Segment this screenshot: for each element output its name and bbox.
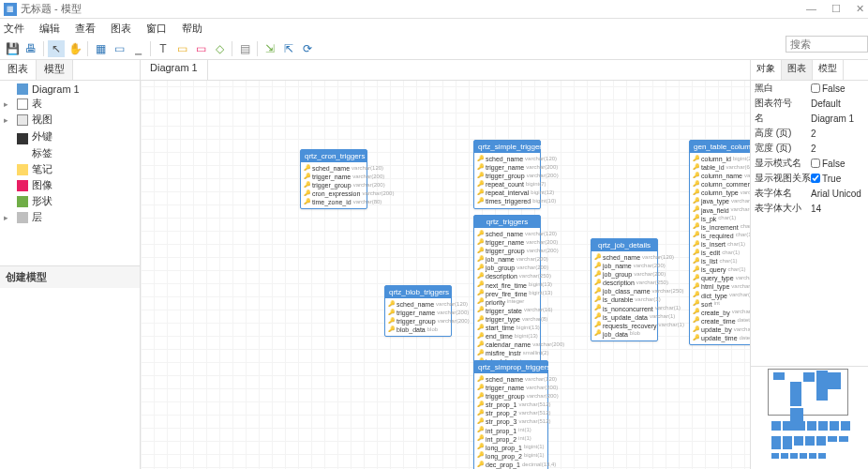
minimap-box [773,372,785,380]
prop-3[interactable]: 高度 (页)2 [751,126,868,141]
entity-qrtz_cron_triggers[interactable]: qrtz_cron_triggers🔑sched_name varchar(12… [300,149,367,209]
tree-item-4[interactable]: 标签 [0,145,140,161]
tree-item-2[interactable]: ▸视图 [0,112,140,128]
entity-qrtz_simprop_triggers[interactable]: qrtz_simprop_triggers🔑sched_name varchar… [473,360,548,469]
search-container [786,36,868,53]
canvas-tab[interactable]: Diagram 1 [141,60,208,80]
left-panel: 图表 模型 Diagram 1▸表▸视图外键标签笔记图像形状▸层 创建模型 [0,60,141,469]
tree-item-0[interactable]: Diagram 1 [0,83,140,96]
entity-qrtz_triggers[interactable]: qrtz_triggers🔑sched_name varchar(120)🔑tr… [473,215,541,370]
minimap-box [771,421,781,431]
menubar: 文件 编辑 查看 图表 窗口 帮助 [0,19,868,38]
minimize-button[interactable]: — [806,3,816,15]
prop-7[interactable]: 表字体名Arial Unicod [751,186,868,201]
minimap-box [781,453,788,459]
create-model-label: 创建模型 [0,265,140,288]
entity-gen_table_column[interactable]: gen_table_column🔑column_id bigint(20)🔑ta… [689,140,750,345]
close-button[interactable]: ✕ [856,3,864,15]
print-icon[interactable]: 🖶 [22,40,39,57]
menu-edit[interactable]: 编辑 [39,22,60,36]
prop-4[interactable]: 宽度 (页)2 [751,141,868,156]
minimap-box [818,453,826,459]
minimap-box [783,436,792,449]
minimap-box [828,372,841,389]
relation-icon[interactable]: ⎯ [129,40,146,57]
minimap-box [816,371,828,401]
minimap-box [807,421,816,431]
prop-2[interactable]: 名Diagram 1 [751,111,868,126]
tree-item-8[interactable]: ▸层 [0,209,140,225]
minimap-box [841,421,850,431]
prop-1[interactable]: 图表符号Default [751,96,868,111]
titlebar: ▦ 无标题 - 模型 — ☐ ✕ [0,0,868,19]
entity-qrtz_blob_triggers[interactable]: qrtz_blob_triggers🔑sched_name varchar(12… [384,285,452,337]
minimap-box [771,453,779,459]
menu-help[interactable]: 帮助 [182,22,202,36]
minimap-box [800,453,807,459]
hand-icon[interactable]: ✋ [67,40,83,57]
prop-0[interactable]: 黑白False [751,81,868,96]
prop-8[interactable]: 表字体大小14 [751,201,868,216]
table-icon[interactable]: ▦ [92,40,109,57]
righttab-diagram[interactable]: 图表 [782,60,813,80]
prop-6[interactable]: 显示视图关系True [751,171,868,186]
minimap-box [771,436,781,449]
minimap-box [818,421,828,431]
righttab-object[interactable]: 对象 [751,60,782,80]
minimap-box [839,436,848,442]
toolbar: 💾 🖶 ↖ ✋ ▦ ▭ ⎯ T ▭ ▭ ◇ ▤ ⇲ ⇱ ⟳ [0,38,868,60]
note-icon[interactable]: ▭ [173,40,190,57]
minimap-box [790,453,798,459]
minimap[interactable] [751,366,868,469]
menu-view[interactable]: 查看 [75,22,96,36]
menu-file[interactable]: 文件 [4,22,24,36]
minimap-box [783,421,792,431]
save-icon[interactable]: 💾 [4,40,21,57]
pointer-icon[interactable]: ↖ [48,40,65,57]
menu-window[interactable]: 窗口 [146,22,167,36]
tree-item-5[interactable]: 笔记 [0,161,140,177]
export-icon[interactable]: ⇱ [280,40,297,57]
minimap-box [809,453,816,459]
refresh-icon[interactable]: ⟳ [299,40,316,57]
minimap-box [803,372,815,382]
minimap-box [805,436,815,446]
tree-item-1[interactable]: ▸表 [0,96,140,112]
tree-item-3[interactable]: 外键 [0,128,140,145]
entity-qrtz_job_details[interactable]: qrtz_job_details🔑sched_name varchar(120)… [591,238,658,341]
autolayout-icon[interactable]: ⇲ [262,40,278,57]
canvas[interactable]: Diagram 1 qrtz_cron_triggers🔑sched_name … [141,60,750,469]
righttab-model[interactable]: 模型 [813,60,844,80]
minimap-box [794,436,803,446]
minimap-box [796,421,805,431]
minimap-box [828,436,837,442]
image-icon[interactable]: ▭ [192,40,209,57]
layer-icon[interactable]: ▤ [236,40,253,57]
lefttab-model[interactable]: 模型 [37,60,73,80]
window-title: 无标题 - 模型 [21,2,806,16]
tree: Diagram 1▸表▸视图外键标签笔记图像形状▸层 [0,81,140,265]
app-icon: ▦ [4,3,17,16]
minimap-box [816,436,826,446]
minimap-box [830,421,839,431]
properties: 黑白False图表符号Default名Diagram 1高度 (页)2宽度 (页… [751,81,868,366]
maximize-button[interactable]: ☐ [831,3,841,15]
minimap-box [790,382,801,406]
shape-icon[interactable]: ◇ [211,40,228,57]
lefttab-diagram[interactable]: 图表 [0,60,37,80]
text-icon[interactable]: T [155,40,172,57]
search-input[interactable] [786,36,868,53]
right-panel: 对象 图表 模型 黑白False图表符号Default名Diagram 1高度 … [750,60,868,469]
tree-item-7[interactable]: 形状 [0,193,140,209]
prop-5[interactable]: 显示模式名False [751,156,868,171]
view-icon[interactable]: ▭ [111,40,127,57]
entity-qrtz_simple_triggers[interactable]: qrtz_simple_triggers🔑sched_name varchar(… [473,140,541,209]
menu-diagram[interactable]: 图表 [111,22,131,36]
tree-item-6[interactable]: 图像 [0,177,140,193]
